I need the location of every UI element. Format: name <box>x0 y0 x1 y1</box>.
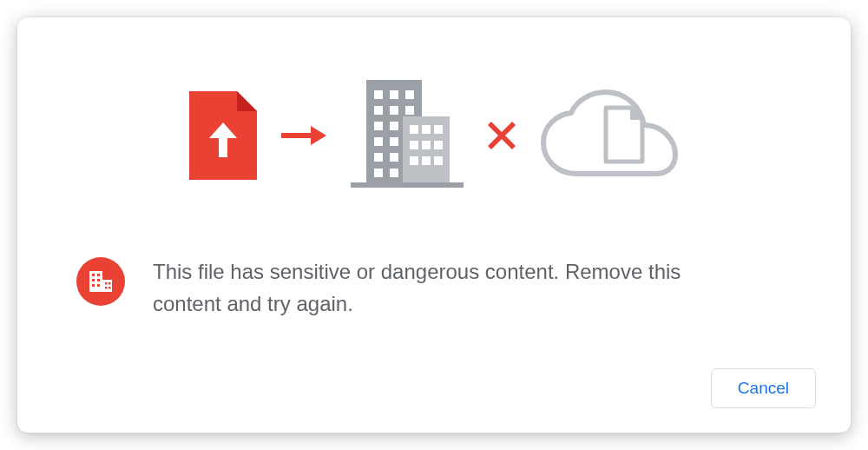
svg-rect-20 <box>422 141 431 149</box>
svg-rect-22 <box>410 156 418 165</box>
svg-rect-36 <box>105 287 108 289</box>
svg-rect-1 <box>374 90 383 99</box>
svg-rect-32 <box>92 284 95 287</box>
svg-rect-26 <box>89 271 102 292</box>
svg-rect-5 <box>390 106 398 115</box>
svg-rect-34 <box>105 282 108 285</box>
svg-rect-9 <box>374 137 383 146</box>
cloud-document-icon <box>540 89 679 186</box>
dialog-actions: Cancel <box>711 368 816 408</box>
upload-blocked-dialog: This file has sensitive or dangerous con… <box>17 17 851 433</box>
organization-badge-icon <box>76 257 125 306</box>
file-upload-icon <box>189 91 257 183</box>
svg-rect-14 <box>390 169 398 177</box>
svg-rect-25 <box>351 182 464 188</box>
buildings-icon <box>351 80 464 195</box>
warning-message: This file has sensitive or dangerous con… <box>153 255 816 320</box>
svg-rect-24 <box>434 156 443 165</box>
svg-rect-2 <box>390 90 398 99</box>
svg-rect-37 <box>108 287 111 289</box>
svg-rect-10 <box>390 137 398 146</box>
svg-rect-23 <box>422 156 431 165</box>
svg-rect-33 <box>97 284 100 287</box>
svg-rect-11 <box>374 153 383 162</box>
svg-rect-16 <box>410 125 418 134</box>
message-row: This file has sensitive or dangerous con… <box>52 238 816 320</box>
arrow-right-icon <box>281 124 326 150</box>
svg-rect-21 <box>434 141 443 149</box>
svg-rect-7 <box>374 122 383 130</box>
illustration <box>52 45 816 238</box>
svg-rect-31 <box>97 279 100 281</box>
svg-rect-19 <box>410 141 418 149</box>
svg-rect-17 <box>422 125 431 134</box>
svg-rect-28 <box>92 274 95 276</box>
svg-rect-30 <box>92 279 95 281</box>
svg-rect-12 <box>390 153 398 162</box>
svg-rect-4 <box>374 106 383 115</box>
svg-rect-8 <box>390 122 398 130</box>
svg-rect-6 <box>405 106 414 115</box>
x-icon <box>488 122 516 153</box>
svg-rect-18 <box>434 125 443 134</box>
svg-rect-27 <box>102 280 112 292</box>
svg-rect-29 <box>97 274 100 276</box>
svg-rect-3 <box>405 90 414 99</box>
svg-rect-13 <box>374 169 383 177</box>
cancel-button[interactable]: Cancel <box>711 368 816 408</box>
svg-rect-35 <box>108 282 111 285</box>
